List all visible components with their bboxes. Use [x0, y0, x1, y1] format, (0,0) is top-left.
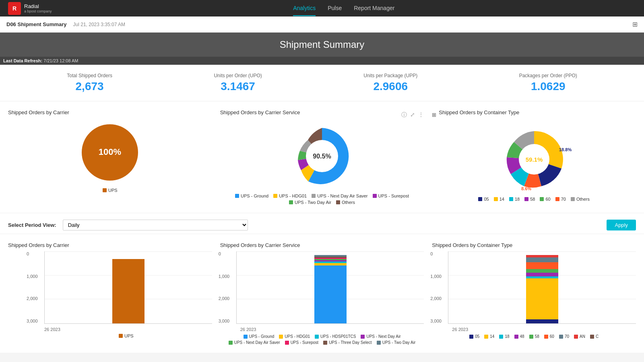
logo-sub: a bpost company: [24, 9, 52, 13]
legend-14: 14: [494, 197, 504, 202]
nav-tab-analytics[interactable]: Analytics: [293, 1, 316, 16]
kpi-ppo-value: 1.0629: [519, 80, 577, 93]
pie-carrier-service-chart: 90.5%: [286, 122, 358, 190]
legend-ups-hdg01-label: UPS - HDG01: [279, 193, 307, 198]
legend-18: 18: [509, 197, 520, 202]
legend-ups-surepost-dot: [373, 194, 377, 198]
bar-ups-rect: [112, 259, 144, 323]
subheader: D06 Shipment Summary Jul 21, 2023 3:35:0…: [0, 16, 644, 33]
nav-tabs: Analytics Pulse Report Manager: [293, 1, 394, 16]
legend-ups-surepost-label: UPS - Surepost: [378, 193, 409, 198]
info-icon[interactable]: ⓘ: [401, 111, 407, 119]
svg-text:8.6%: 8.6%: [521, 186, 531, 191]
legend-ups-nday-saver-label: UPS - Next Day Air Saver: [317, 193, 367, 198]
logo: R Radial a bpost company: [8, 2, 52, 15]
kpi-upp: Units per Package (UPP) 2.9606: [363, 73, 417, 93]
pie-carrier-service-container: 90.5% UPS - Ground UPS - HDG01 UPS - Nex…: [220, 122, 424, 205]
bar-carrier-x-label: 26 2023: [44, 327, 212, 332]
bar-ups: [112, 259, 144, 323]
kpi-upo-label: Units per Order (UPO): [214, 73, 262, 78]
legend-ups-twoday: UPS - Two Day Air: [289, 200, 331, 205]
legend-ups-hdg01: UPS - HDG01: [273, 193, 307, 198]
pie-container-chart: 59.1% 18.8% 8.6%: [494, 125, 574, 193]
expand-chart-icon[interactable]: ⤢: [410, 111, 415, 119]
stack-48: [526, 273, 558, 276]
more-icon[interactable]: ⋮: [418, 111, 424, 119]
kpi-upp-label: Units per Package (UPP): [363, 73, 417, 78]
kpi-row: Total Shipped Orders 2,673 Units per Ord…: [0, 65, 644, 101]
kpi-ppo: Packages per Order (PPO) 1.0629: [519, 73, 577, 93]
logo-icon: R: [8, 2, 21, 15]
y-label-3000: 3,000: [27, 319, 38, 323]
bar-container-area: 3,000 2,000 1,000 0: [448, 251, 636, 324]
kpi-total-shipped: Total Shipped Orders 2,673: [67, 73, 112, 93]
legend-ups-surepost: UPS - Surepost: [373, 193, 409, 198]
bar-carrier-service-area: 3,000 2,000 1,000 0: [236, 251, 424, 324]
data-refresh-bar: Last Data Refresh: 7/21/23 12:08 AM: [0, 57, 644, 65]
bar-carrier-service-panel: Shipped Orders by Carrier Service 3,000 …: [220, 242, 424, 345]
y-label-1000: 1,000: [27, 274, 38, 279]
subheader-title: D06 Shipment Summary: [6, 21, 67, 27]
y-label-0: 0: [27, 251, 38, 256]
pie-carrier-title: Shipped Orders by Carrier: [8, 109, 212, 115]
data-refresh-label: Last Data Refresh:: [3, 58, 42, 63]
pie-container-legend: 05 14 18 58 60: [478, 197, 590, 202]
bar-charts-section: Shipped Orders by Carrier 3,000 2,000 1,…: [0, 234, 644, 353]
bar-container-y-labels: 3,000 2,000 1,000 0: [430, 251, 442, 323]
bar-service-legend: UPS - Ground UPS - HDG01 UPS - HDSP01TCS…: [220, 334, 424, 345]
pie-container-panel: ⊞ Shipped Orders by Container Type: [432, 109, 636, 205]
nav-tab-report-manager[interactable]: Report Manager: [354, 1, 394, 16]
legend-ups-twoday-dot: [289, 200, 293, 204]
bar-carrier-legend: UPS: [40, 333, 212, 338]
period-select[interactable]: Daily Weekly Monthly: [63, 220, 248, 230]
stack-70: [526, 257, 558, 262]
top-nav: R Radial a bpost company Analytics Pulse…: [0, 0, 644, 16]
legend-bar-ups: UPS: [119, 333, 134, 338]
expand-icon[interactable]: ⊞: [632, 21, 638, 28]
bar-container-title: Shipped Orders by Container Type: [432, 242, 636, 248]
legend-others-dot: [336, 200, 340, 204]
bar-container-bars: [448, 251, 636, 323]
svg-text:90.5%: 90.5%: [313, 153, 331, 160]
kpi-upo: Units per Order (UPO) 3.1467: [214, 73, 262, 93]
page-header: Shipment Summary: [0, 33, 644, 57]
legend-ups-twoday-label: UPS - Two Day Air: [295, 200, 331, 205]
pie-carrier-chart: 100%: [78, 120, 142, 185]
kpi-upp-value: 2.9606: [363, 80, 417, 93]
stacked-bar-service: [314, 255, 347, 323]
stack-ground: [314, 265, 347, 323]
svg-text:59.1%: 59.1%: [525, 156, 543, 163]
pie-carrier-legend: UPS: [103, 188, 118, 193]
bar-service-y-labels: 3,000 2,000 1,000 0: [219, 251, 230, 323]
pie-carrier-service-panel: Shipped Orders by Carrier Service ⓘ ⤢ ⋮: [220, 109, 424, 205]
legend-70: 70: [555, 197, 566, 202]
bar-container-panel: Shipped Orders by Container Type 3,000 2…: [432, 242, 636, 345]
stack-60: [526, 262, 558, 269]
svg-text:100%: 100%: [99, 147, 121, 157]
apply-button[interactable]: Apply: [607, 220, 636, 230]
bar-service-bars: [237, 251, 424, 323]
svg-text:18.8%: 18.8%: [559, 147, 572, 152]
container-chart-icon: ⊞: [432, 112, 436, 118]
kpi-upo-value: 3.1467: [214, 80, 262, 93]
legend-ups-nday-saver: UPS - Next Day Air Saver: [312, 193, 367, 198]
nav-tab-pulse[interactable]: Pulse: [328, 1, 342, 16]
period-label: Select Period View:: [8, 222, 56, 228]
legend-58: 58: [524, 197, 535, 202]
y-label-2000: 2,000: [27, 296, 38, 301]
pie-container-title: Shipped Orders by Container Type: [439, 109, 519, 115]
legend-ups-ground-dot: [235, 194, 239, 198]
logo-name: Radial: [24, 3, 52, 10]
bar-container-legend: 05 14 18 48 58 60 70 AN C: [432, 334, 636, 339]
kpi-total-shipped-label: Total Shipped Orders: [67, 73, 112, 78]
legend-ups: UPS: [103, 188, 118, 193]
period-section: Select Period View: Daily Weekly Monthly…: [0, 213, 644, 234]
bar-carrier-panel: Shipped Orders by Carrier 3,000 2,000 1,…: [8, 242, 212, 345]
kpi-ppo-label: Packages per Order (PPO): [519, 73, 577, 78]
stack-14: [526, 278, 558, 319]
pie-charts-section: Shipped Orders by Carrier 100% UPS Shipp…: [0, 101, 644, 213]
stacked-bar-container: [526, 255, 558, 323]
legend-05: 05: [478, 197, 489, 202]
pie-carrier-service-header: Shipped Orders by Carrier Service ⓘ ⤢ ⋮: [220, 109, 424, 120]
stack-58: [526, 269, 558, 273]
